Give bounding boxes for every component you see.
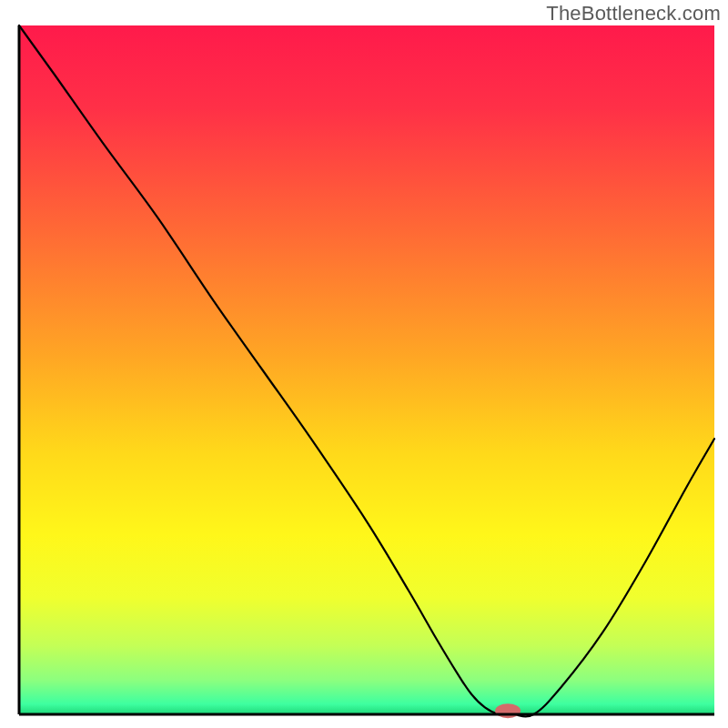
chart-container: TheBottleneck.com bbox=[0, 0, 728, 728]
marker-selected-point bbox=[495, 703, 521, 718]
gradient-background bbox=[19, 25, 714, 714]
plot-area bbox=[19, 25, 714, 718]
bottleneck-chart bbox=[0, 0, 728, 728]
watermark-text: TheBottleneck.com bbox=[546, 2, 721, 25]
